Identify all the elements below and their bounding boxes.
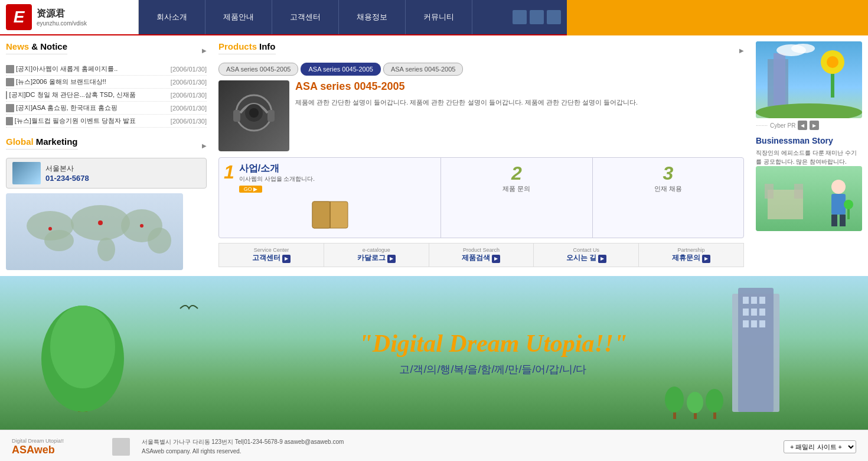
footer-slogan: Digital Dream Utopia!! (12, 438, 64, 444)
svc-label-1: e-catalogue (329, 247, 424, 253)
cyber-pr-text: Cyber PR (770, 122, 795, 129)
news-item-date: [2006/01/30] (171, 105, 207, 112)
global-more-button[interactable]: ▶ (202, 142, 207, 149)
world-map-image (6, 193, 183, 270)
news-more-button[interactable]: ▶ (202, 47, 207, 54)
service-link-2[interactable]: Product Search 제품검색▶ (429, 244, 534, 267)
banner-trees-right (661, 375, 750, 424)
svg-rect-42 (751, 297, 757, 304)
svc-arr-4: ▶ (702, 255, 710, 263)
biz-tab-3-label: 인재 채용 (598, 184, 739, 193)
biz-tab-3-num: 3 (663, 163, 673, 184)
book-icon (306, 196, 354, 231)
list-item[interactable]: [공지]DC 청일 채 관단은...삼혹 TSD, 신재품 [2006/01/3… (6, 89, 207, 102)
svg-rect-22 (831, 74, 834, 98)
service-link-1[interactable]: e-catalogue 카달로그▶ (324, 244, 429, 267)
biz-tab-1-num: 1 (224, 163, 234, 181)
bird-svg (177, 300, 201, 317)
map-svg (6, 193, 183, 270)
news-thumb-icon (6, 104, 14, 112)
go-button[interactable]: GO ▶ (239, 186, 263, 193)
svg-rect-15 (312, 202, 330, 228)
trees-svg (661, 375, 750, 422)
svc-name-4: 제휴문의 (672, 254, 700, 262)
svg-rect-28 (765, 184, 774, 199)
service-link-3[interactable]: Contact Us 오시는 길▶ (534, 244, 639, 267)
svg-point-8 (48, 227, 52, 230)
svc-name-0: 고객센터 (252, 254, 280, 262)
svc-label-2: Product Search (434, 247, 529, 253)
products-title: Products Info (218, 41, 276, 54)
list-item[interactable]: [뉴스]2006 올해의 브랜드대상!! [2006/01/30] (6, 76, 207, 89)
service-links: Service Center 고객센터▶ e-catalogue 카달로그▶ P… (218, 243, 744, 267)
news-item-date: [2006/01/30] (171, 66, 207, 73)
footer-copyright: ASAweb company. All rights reserved. (142, 447, 344, 456)
nav-icon-2[interactable] (530, 10, 544, 24)
nav-icon-group (507, 0, 567, 34)
cyber-pr-prev[interactable]: ◀ (798, 121, 807, 130)
news-item-title: [공지]아사웹이 새롭게 홈페이지를.. (6, 64, 118, 73)
product-tab-2[interactable]: ASA series 0045-2005 (383, 63, 463, 76)
news-item-date: [2006/01/30] (171, 79, 207, 86)
nav-community[interactable]: 커뮤니티 (406, 0, 472, 34)
svg-rect-43 (759, 297, 765, 304)
list-item[interactable]: [공지]아사웹이 새롭게 홈페이지를.. [2006/01/30] (6, 63, 207, 76)
svg-point-21 (827, 56, 838, 68)
cyber-pr-dots: ········ (756, 122, 768, 128)
products-section-header: Products Info ▶ (218, 41, 744, 59)
news-thumb-icon (6, 91, 7, 99)
list-item[interactable]: [뉴스]월드컵 필승기원 이벤트 당첨자 발표 [2006/01/30] (6, 115, 207, 128)
biz-tab-1[interactable]: 1 사업/소개 이사웹의 사업을 소개합니다. GO ▶ (219, 158, 441, 238)
banner-text: "Digital Dream Utopia!!" 고/객/의/행/복/을/함/께… (359, 329, 628, 376)
svg-rect-41 (743, 297, 749, 304)
banner-title: "Digital Dream Utopia!!" (359, 329, 628, 358)
news-item-title: [뉴스]월드컵 필승기원 이벤트 당첨자 발표 (6, 116, 136, 125)
product-tab-1[interactable]: ASA series 0045-2005 (301, 63, 380, 76)
nav-company[interactable]: 회사소개 (139, 0, 205, 34)
svg-rect-47 (743, 320, 749, 327)
svc-arr-3: ▶ (598, 255, 606, 263)
svg-rect-48 (751, 320, 757, 327)
products-more-button[interactable]: ▶ (739, 47, 744, 54)
footer-icon-area (112, 438, 130, 456)
svg-rect-49 (759, 320, 765, 327)
family-site-select[interactable]: + 패밀리 사이트 + (784, 440, 856, 453)
header: E 资源君 eyunzhu.com/vdisk 회사소개 제품안내 고객센터 채… (0, 0, 868, 35)
svg-rect-32 (831, 215, 837, 226)
products-title-black: Info (259, 41, 276, 51)
banner-subtitle: 고/객/의/행/복/을/함/께/만/들/어/갑/니/다 (359, 362, 628, 376)
cyber-pr-image (756, 41, 862, 118)
banner-tree (30, 288, 136, 418)
svg-point-55 (706, 389, 723, 413)
nav-recruit[interactable]: 채용정보 (339, 0, 406, 34)
news-section-header: News & Notice ▶ (6, 41, 207, 59)
svg-point-38 (50, 306, 115, 388)
cyber-pr-next[interactable]: ▶ (810, 121, 819, 130)
global-title: Global Marketing (6, 137, 78, 150)
footer-address: 서울특별시 가나구 다리동 123번지 Tel|01-234-5678-9 as… (142, 437, 344, 456)
svg-point-1 (44, 230, 74, 251)
office-phone: 01-234-5678 (45, 174, 89, 183)
news-title-orange: News (6, 41, 29, 51)
nav-icon-1[interactable] (513, 10, 527, 24)
service-link-0[interactable]: Service Center 고객센터▶ (219, 244, 324, 267)
nav-service[interactable]: 고객센터 (272, 0, 339, 34)
headphone-svg (218, 80, 289, 151)
right-column: ········ Cyber PR ◀ ▶ Businessman Story … (750, 35, 868, 276)
footer-logo-section: Digital Dream Utopia!! ASAweb (12, 438, 100, 456)
biz-tabs: 1 사업/소개 이사웹의 사업을 소개합니다. GO ▶ (218, 157, 744, 238)
news-title: News & Notice (6, 41, 67, 54)
svc-arr-1: ▶ (387, 255, 396, 263)
nav-icon-3[interactable] (547, 10, 561, 24)
list-item[interactable]: [공지]ASA 홈쇼핑, 한국대표 홈쇼핑 [2006/01/30] (6, 102, 207, 115)
product-tab-0[interactable]: ASA series 0045-2005 (218, 63, 298, 76)
product-image (218, 80, 289, 151)
nav-products[interactable]: 제품안내 (205, 0, 272, 34)
svc-arr-0: ▶ (282, 255, 291, 263)
biz-tab-2[interactable]: 2 제품 문의 (441, 158, 592, 238)
global-section-header: Global Marketing ▶ (6, 137, 207, 154)
products-title-orange: Products (218, 41, 257, 51)
biz-tab-3[interactable]: 3 인재 채용 (593, 158, 743, 238)
svc-name-1: 카달로그 (357, 254, 386, 262)
service-link-4[interactable]: Partnership 제휴문의▶ (639, 244, 743, 267)
